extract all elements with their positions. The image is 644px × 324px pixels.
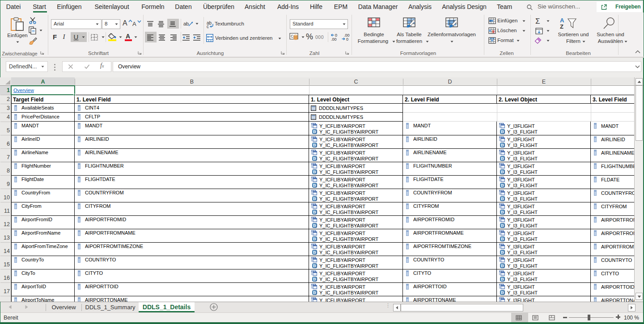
svg-text:x: x [492, 29, 495, 34]
svg-text:D: D [313, 237, 316, 241]
svg-text:D: D [313, 183, 316, 188]
svg-text:D: D [313, 250, 316, 255]
svg-text:.00: .00 [331, 37, 337, 41]
svg-text:D: D [501, 237, 504, 241]
svg-text:D: D [313, 223, 316, 228]
svg-text:D: D [313, 143, 316, 147]
svg-text:Z: Z [560, 23, 564, 29]
svg-text:D: D [313, 290, 316, 295]
svg-text:D: D [501, 277, 504, 282]
svg-text:0: 0 [346, 37, 348, 41]
svg-text:D: D [313, 264, 316, 268]
svg-text:ab: ab [183, 21, 189, 26]
svg-text:D: D [501, 183, 504, 188]
svg-text:A: A [560, 17, 564, 24]
svg-text:D: D [501, 170, 504, 174]
svg-text:D: D [313, 156, 316, 161]
svg-text:D: D [313, 170, 316, 174]
svg-text:D: D [501, 156, 504, 161]
svg-text:c: c [207, 24, 209, 29]
svg-text:D: D [313, 277, 316, 282]
svg-text:D: D [501, 250, 504, 255]
svg-text:D: D [501, 264, 504, 268]
svg-text:D: D [501, 143, 504, 147]
svg-text:D: D [313, 197, 316, 201]
svg-text:D: D [501, 197, 504, 201]
svg-text:D: D [501, 130, 504, 134]
svg-text:C: C [291, 34, 294, 38]
svg-text:D: D [501, 223, 504, 228]
svg-text:D: D [501, 210, 504, 215]
svg-text:D: D [313, 130, 316, 134]
svg-text:D: D [501, 290, 504, 295]
svg-text:D: D [313, 210, 316, 215]
